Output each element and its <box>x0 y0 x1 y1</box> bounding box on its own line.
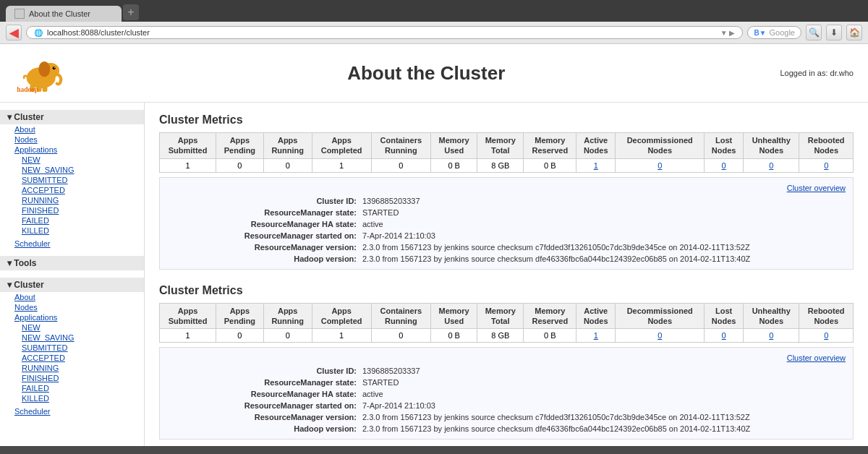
sidebar-link-nodes[interactable]: Nodes <box>0 134 144 145</box>
cluster-overview-link-2[interactable]: Cluster overview <box>160 352 853 365</box>
lost-link-2[interactable]: 0 <box>722 331 726 340</box>
unhealthy-link-2[interactable]: 0 <box>769 331 773 340</box>
info-rm-started-value-1: 7-Apr-2014 21:10:03 <box>362 231 853 240</box>
active-nodes-link-1[interactable]: 1 <box>594 161 598 170</box>
sidebar2-link-applications[interactable]: Applications <box>0 312 144 322</box>
col2-memory-used: MemoryUsed <box>431 303 477 329</box>
info-rm-version-row-2: ResourceManager version: 2.3.0 from 1567… <box>160 411 853 423</box>
sidebar-link-new-saving[interactable]: NEW_SAVING <box>0 165 144 175</box>
info-rm-state-label-2: ResourceManager state: <box>160 378 362 387</box>
info-cluster-id-row-1: Cluster ID: 1396885203337 <box>160 195 853 207</box>
tab-bar: About the Cluster + <box>6 4 862 22</box>
download-button[interactable]: ⬇ <box>826 25 842 40</box>
sidebar-link-finished[interactable]: FINISHED <box>0 205 144 215</box>
sidebar-link-applications[interactable]: Applications <box>0 145 144 155</box>
info-hadoop-version-row-2: Hadoop version: 2.3.0 from 1567123 by je… <box>160 423 853 434</box>
sidebar-link-submitted[interactable]: SUBMITTED <box>0 175 144 185</box>
rebooted-link-2[interactable]: 0 <box>824 331 828 340</box>
sidebar2-link-about[interactable]: About <box>0 292 144 302</box>
val-apps-running-1: 0 <box>263 158 312 172</box>
sidebar2-link-submitted[interactable]: SUBMITTED <box>0 343 144 353</box>
col-memory-reserved: MemoryReserved <box>524 133 576 159</box>
val-apps-pending-2: 0 <box>216 329 264 343</box>
sidebar-cluster2-header[interactable]: ▾ Cluster <box>0 278 144 292</box>
back-button[interactable]: ◀ <box>6 25 22 40</box>
address-bar[interactable]: 🌐 localhost:8088/cluster/cluster ▼ ▶ <box>26 26 743 39</box>
sidebar-cluster-header[interactable]: ▾ Cluster <box>0 110 144 124</box>
main-content: Cluster Metrics AppsSubmitted AppsPendin… <box>145 103 868 446</box>
col-apps-submitted: AppsSubmitted <box>160 133 216 159</box>
info-rm-started-row-1: ResourceManager started on: 7-Apr-2014 2… <box>160 230 853 241</box>
info-rm-started-value-2: 7-Apr-2014 21:10:03 <box>362 401 853 410</box>
sidebar-section-tools: ▾ Tools <box>0 256 144 270</box>
info-hadoop-version-row-1: Hadoop version: 2.3.0 from 1567123 by je… <box>160 253 853 265</box>
val-containers-running-2: 0 <box>371 329 431 343</box>
navigation-bar: ◀ 🌐 localhost:8088/cluster/cluster ▼ ▶ B… <box>0 22 868 44</box>
lost-link-1[interactable]: 0 <box>722 161 726 170</box>
search-engine-icon: B▼ <box>754 29 766 37</box>
decommissioned-link-1[interactable]: 0 <box>658 161 662 170</box>
cluster-metrics-section-1: Cluster Metrics AppsSubmitted AppsPendin… <box>159 113 854 270</box>
info-rm-started-label-2: ResourceManager started on: <box>160 401 362 410</box>
val-lost-nodes-1: 0 <box>705 158 744 172</box>
sidebar2-link-finished[interactable]: FINISHED <box>0 373 144 383</box>
info-hadoop-version-label-1: Hadoop version: <box>160 254 362 263</box>
sidebar2-link-killed[interactable]: KILLED <box>0 393 144 403</box>
sidebar2-link-accepted[interactable]: ACCEPTED <box>0 353 144 363</box>
svg-point-3 <box>54 67 55 68</box>
sidebar2-link-scheduler[interactable]: Scheduler <box>0 406 144 416</box>
svg-rect-7 <box>43 85 48 92</box>
svg-point-2 <box>53 67 56 69</box>
sidebar: ▾ Cluster About Nodes Applications NEW N… <box>0 103 145 446</box>
sidebar-link-scheduler[interactable]: Scheduler <box>0 239 144 249</box>
sidebar-tools-header[interactable]: ▾ Tools <box>0 256 144 270</box>
cluster-metrics-section-2: Cluster Metrics AppsSubmitted AppsPendin… <box>159 284 854 440</box>
info-cluster-id-label-1: Cluster ID: <box>160 197 362 205</box>
col-lost-nodes: LostNodes <box>705 133 744 159</box>
section-title-2: Cluster Metrics <box>159 284 854 297</box>
col2-apps-running: AppsRunning <box>263 303 312 329</box>
val-memory-total-1: 8 GB <box>477 158 524 172</box>
col2-unhealthy-nodes: UnhealthyNodes <box>744 303 799 329</box>
col-memory-total: MemoryTotal <box>477 133 524 159</box>
val-active-nodes-1: 1 <box>576 158 616 172</box>
sidebar-link-failed[interactable]: FAILED <box>0 215 144 226</box>
sidebar-link-accepted[interactable]: ACCEPTED <box>0 185 144 195</box>
section-title-1: Cluster Metrics <box>159 113 854 127</box>
metrics-table-1: AppsSubmitted AppsPending AppsRunning Ap… <box>159 132 854 173</box>
info-rm-ha-label-1: ResourceManager HA state: <box>160 220 362 228</box>
sidebar2-link-running[interactable]: RUNNING <box>0 363 144 373</box>
val-memory-total-2: 8 GB <box>477 329 524 343</box>
col-memory-used: MemoryUsed <box>431 133 477 159</box>
search-bar[interactable]: B▼ Google <box>747 26 801 39</box>
sidebar-link-about[interactable]: About <box>0 124 144 134</box>
info-rm-ha-row-2: ResourceManager HA state: active <box>160 388 853 400</box>
info-rm-state-value-1: STARTED <box>362 208 853 217</box>
metrics-row-1: 1 0 0 1 0 0 B 8 GB 0 B 1 0 0 0 0 <box>160 158 854 172</box>
sidebar-link-running[interactable]: RUNNING <box>0 195 144 205</box>
active-tab[interactable]: About the Cluster <box>6 6 122 22</box>
decommissioned-link-2[interactable]: 0 <box>658 331 662 340</box>
active-nodes-link-2[interactable]: 1 <box>594 331 598 340</box>
col2-decommissioned-nodes: DecommissionedNodes <box>616 303 705 329</box>
val-memory-reserved-2: 0 B <box>524 329 576 343</box>
val-apps-completed-2: 1 <box>312 329 371 343</box>
logged-in-info: Logged in as: dr.who <box>780 69 854 77</box>
sidebar2-link-new-saving[interactable]: NEW_SAVING <box>0 333 144 343</box>
unhealthy-link-1[interactable]: 0 <box>769 161 773 170</box>
search-button[interactable]: 🔍 <box>806 25 822 40</box>
home-button[interactable]: 🏠 <box>846 25 862 40</box>
sidebar2-link-new[interactable]: NEW <box>0 322 144 333</box>
browser-chrome: About the Cluster + <box>0 0 868 22</box>
new-tab-button[interactable]: + <box>123 4 139 20</box>
info-rm-state-label-1: ResourceManager state: <box>160 208 362 217</box>
sidebar2-link-failed[interactable]: FAILED <box>0 383 144 393</box>
val-apps-running-2: 0 <box>263 329 312 343</box>
search-placeholder: Google <box>770 28 795 37</box>
val-decommissioned-nodes-2: 0 <box>616 329 705 343</box>
rebooted-link-1[interactable]: 0 <box>824 161 828 170</box>
sidebar-link-killed[interactable]: KILLED <box>0 226 144 236</box>
sidebar-link-new[interactable]: NEW <box>0 155 144 165</box>
cluster-overview-link-1[interactable]: Cluster overview <box>160 182 853 195</box>
sidebar2-link-nodes[interactable]: Nodes <box>0 302 144 312</box>
